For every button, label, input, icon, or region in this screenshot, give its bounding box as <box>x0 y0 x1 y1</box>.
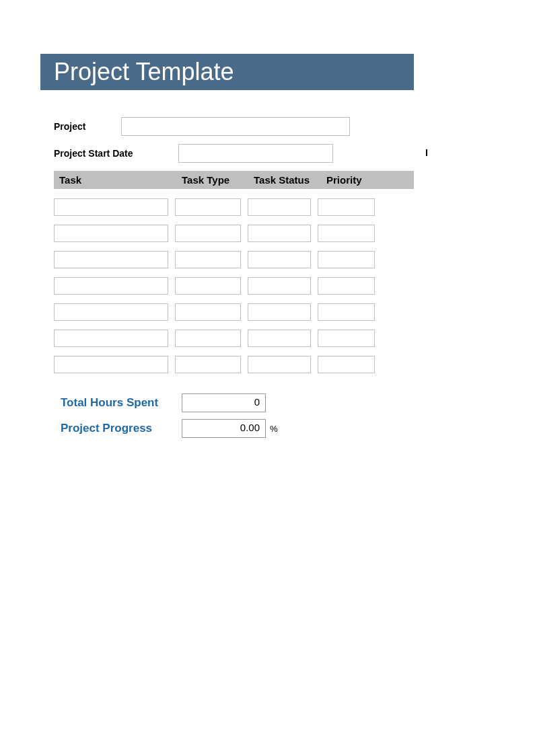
table-row <box>54 225 417 242</box>
table-body <box>54 189 417 373</box>
status-cell[interactable] <box>248 330 311 347</box>
header-priority: Priority <box>326 174 387 186</box>
status-cell[interactable] <box>248 251 311 268</box>
status-cell[interactable] <box>248 277 311 295</box>
task-cell[interactable] <box>54 277 168 295</box>
start-date-field-row: Project Start Date I <box>54 144 427 163</box>
start-date-input[interactable] <box>178 144 333 163</box>
task-cell[interactable] <box>54 330 168 347</box>
type-cell[interactable] <box>175 277 241 295</box>
task-cell[interactable] <box>54 225 168 242</box>
task-cell[interactable] <box>54 303 168 321</box>
project-progress-row: Project Progress 0.00 % <box>61 419 495 438</box>
percent-symbol: % <box>270 424 278 434</box>
task-cell[interactable] <box>54 356 168 373</box>
status-cell[interactable] <box>248 303 311 321</box>
table-row <box>54 330 417 347</box>
project-label: Project <box>54 121 98 132</box>
priority-cell[interactable] <box>318 225 375 242</box>
start-date-label: Project Start Date <box>54 148 178 159</box>
priority-cell[interactable] <box>318 356 375 373</box>
type-cell[interactable] <box>175 198 241 216</box>
status-cell[interactable] <box>248 198 311 216</box>
type-cell[interactable] <box>175 303 241 321</box>
header-task: Task <box>59 174 182 186</box>
page-title: Project Template <box>40 54 414 90</box>
table-row <box>54 198 417 216</box>
header-task-type: Task Type <box>182 174 254 186</box>
summary-section: Total Hours Spent 0 Project Progress 0.0… <box>61 393 495 438</box>
table-row <box>54 277 417 295</box>
priority-cell[interactable] <box>318 303 375 321</box>
total-hours-row: Total Hours Spent 0 <box>61 393 495 412</box>
priority-cell[interactable] <box>318 198 375 216</box>
task-cell[interactable] <box>54 251 168 268</box>
total-hours-label: Total Hours Spent <box>61 396 182 410</box>
priority-cell[interactable] <box>318 251 375 268</box>
priority-cell[interactable] <box>318 277 375 295</box>
project-field-row: Project <box>54 117 495 136</box>
right-mark: I <box>425 147 428 158</box>
priority-cell[interactable] <box>318 330 375 347</box>
project-input[interactable] <box>121 117 350 136</box>
status-cell[interactable] <box>248 356 311 373</box>
type-cell[interactable] <box>175 330 241 347</box>
type-cell[interactable] <box>175 225 241 242</box>
total-hours-value: 0 <box>182 393 266 412</box>
table-row <box>54 303 417 321</box>
table-row <box>54 251 417 268</box>
table-row <box>54 356 417 373</box>
type-cell[interactable] <box>175 356 241 373</box>
table-header: Task Task Type Task Status Priority <box>54 171 414 189</box>
project-progress-label: Project Progress <box>61 422 182 435</box>
header-task-status: Task Status <box>254 174 326 186</box>
status-cell[interactable] <box>248 225 311 242</box>
project-progress-value: 0.00 <box>182 419 266 438</box>
type-cell[interactable] <box>175 251 241 268</box>
task-cell[interactable] <box>54 198 168 216</box>
